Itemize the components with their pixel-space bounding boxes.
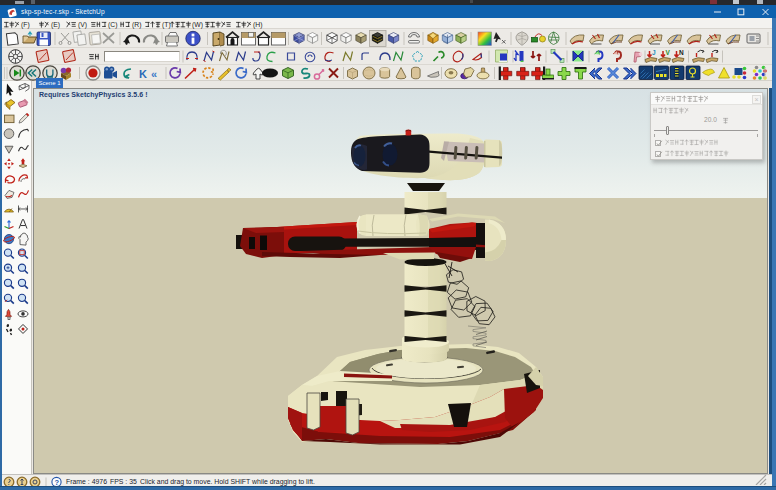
svg-text:«: « <box>151 68 157 80</box>
svg-text:J: J <box>652 49 656 56</box>
svg-text:K: K <box>139 68 147 80</box>
svg-text:V: V <box>666 49 671 56</box>
svg-text:N: N <box>679 49 684 56</box>
